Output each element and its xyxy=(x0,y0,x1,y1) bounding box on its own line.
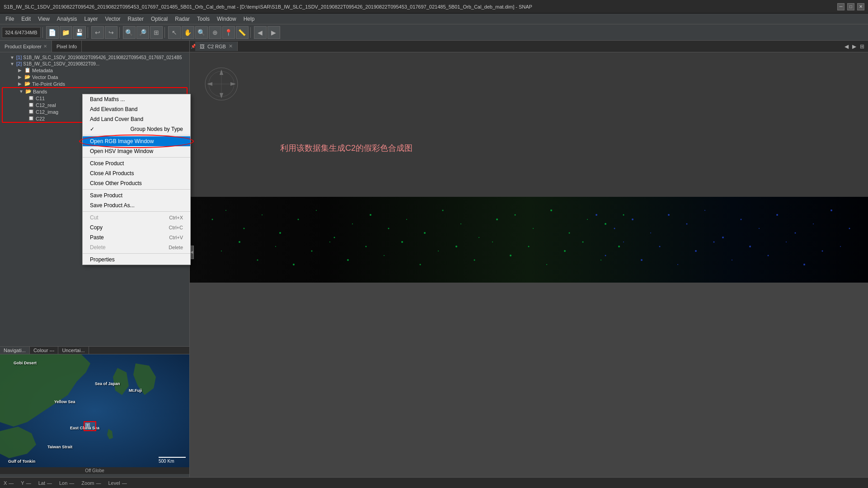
svg-point-15 xyxy=(225,210,226,211)
nav-tab-colour[interactable]: Colour --- xyxy=(30,347,58,354)
menu-vector[interactable]: Vector xyxy=(102,15,124,23)
ctx-close-other[interactable]: Close Other Products xyxy=(83,178,190,188)
menu-analysis[interactable]: Analysis xyxy=(53,15,81,23)
svg-point-38 xyxy=(221,251,222,251)
ctx-open-rgb[interactable]: Open RGB Image Window xyxy=(83,136,190,146)
nav-tab-uncertainty[interactable]: Uncertai... xyxy=(58,347,89,354)
toolbar-open[interactable]: 📁 xyxy=(60,26,72,39)
ctx-open-hsv[interactable]: Open HSV Image Window xyxy=(83,146,190,156)
ctx-copy[interactable]: Copy Ctrl+C xyxy=(83,223,190,232)
menu-view[interactable]: View xyxy=(34,15,53,23)
svg-point-42 xyxy=(293,264,295,265)
viewer-arrows: ◀ ▶ ⊞ xyxy=(843,42,868,51)
svg-point-16 xyxy=(244,228,245,229)
toolbar-undo[interactable]: ↩ xyxy=(91,26,104,39)
label-sea-of-japan: Sea of Japan xyxy=(95,381,120,386)
tree-arrow-bands: ▼ xyxy=(19,89,24,94)
svg-point-20 xyxy=(316,210,317,211)
ctx-sep3 xyxy=(83,189,190,190)
menu-layer[interactable]: Layer xyxy=(81,15,102,23)
svg-point-83 xyxy=(732,260,732,260)
svg-point-52 xyxy=(474,260,475,261)
svg-point-66 xyxy=(686,223,688,225)
toolbar-zoom[interactable]: 🔍 xyxy=(195,26,208,39)
viewer-prev-arrow[interactable]: ◀ xyxy=(843,42,850,51)
ctx-properties[interactable]: Properties xyxy=(83,255,190,265)
menu-radar[interactable]: Radar xyxy=(171,15,193,23)
ctx-sep4 xyxy=(83,211,190,212)
ctx-close-all[interactable]: Close All Products xyxy=(83,168,190,178)
toolbar-next[interactable]: ▶ xyxy=(267,26,280,39)
title-controls: ─ □ ✕ xyxy=(837,3,864,10)
tree-tiepoints[interactable]: ▶ 📂 Tie-Point Grids xyxy=(2,80,188,87)
viewer-tab-close[interactable]: ✕ xyxy=(229,43,233,49)
svg-point-34 xyxy=(569,232,570,234)
svg-point-44 xyxy=(329,242,330,242)
close-button[interactable]: ✕ xyxy=(857,3,864,10)
toolbar-prev[interactable]: ◀ xyxy=(254,26,267,39)
ctx-band-maths[interactable]: Band Maths ... xyxy=(83,94,190,104)
menu-file[interactable]: File xyxy=(2,15,18,23)
tree-product-2[interactable]: ▼ [2] S1B_IW_SLC_1SDV_20190822T09... xyxy=(2,60,188,67)
tab-product-explorer[interactable]: Product Explorer ✕ xyxy=(0,41,52,52)
viewer-tab-c2rgb[interactable]: 🖼 C2 RGB ✕ xyxy=(195,42,238,51)
svg-point-71 xyxy=(776,214,778,216)
status-lon: Lon — xyxy=(59,480,74,486)
toolbar-sep2 xyxy=(88,27,89,38)
right-panel: 📌 🖼 C2 RGB ✕ ◀ ▶ ⊞ xyxy=(190,41,868,477)
svg-point-37 xyxy=(623,214,624,216)
ctx-paste[interactable]: Paste Ctrl+V xyxy=(83,232,190,242)
ctx-save-product[interactable]: Save Product xyxy=(83,191,190,200)
toolbar-pin[interactable]: 📍 xyxy=(222,26,235,39)
viewer-maximize[interactable]: ⊞ xyxy=(858,42,866,51)
toolbar-zoom-in[interactable]: 🔍 xyxy=(123,26,136,39)
menu-raster[interactable]: Raster xyxy=(124,15,147,23)
toolbar-zoom-out[interactable]: 🔎 xyxy=(136,26,149,39)
svg-point-22 xyxy=(352,223,353,224)
toolbar-fit[interactable]: ⊞ xyxy=(150,26,163,39)
toolbar-pan[interactable]: ✋ xyxy=(182,26,194,39)
tab-pixel-info[interactable]: Pixel Info xyxy=(52,41,82,52)
svg-point-14 xyxy=(212,219,213,220)
status-level: Level — xyxy=(108,480,127,486)
menu-window[interactable]: Window xyxy=(213,15,240,23)
toolbar-range[interactable]: ⊕ xyxy=(209,26,221,39)
svg-point-78 xyxy=(641,259,643,261)
viewer-tab-icon: 🖼 xyxy=(200,44,205,49)
label-mt-fuji: Mt.Fuji xyxy=(129,388,142,393)
menu-tools[interactable]: Tools xyxy=(193,15,213,23)
svg-point-23 xyxy=(370,214,371,216)
toolbar-save[interactable]: 💾 xyxy=(73,26,86,39)
ctx-add-elevation[interactable]: Add Elevation Band xyxy=(83,104,190,114)
ctx-close-product[interactable]: Close Product xyxy=(83,158,190,168)
ctx-group-nodes[interactable]: Group Nodes by Type xyxy=(83,124,190,134)
maximize-button[interactable]: □ xyxy=(847,3,854,10)
toolbar-redo[interactable]: ↪ xyxy=(105,26,117,39)
nav-tab-navigation[interactable]: Navigati... xyxy=(0,347,30,354)
close-product-explorer-tab[interactable]: ✕ xyxy=(43,44,47,49)
menu-bar: File Edit View Analysis Layer Vector Ras… xyxy=(0,14,868,24)
product-icon-2: [2] xyxy=(16,61,22,66)
menu-edit[interactable]: Edit xyxy=(18,15,34,23)
bands-icon: 📂 xyxy=(25,88,32,94)
tree-product-1[interactable]: ▼ [1] S1B_IW_SLC_1SDV_20190822T095426_20… xyxy=(2,54,188,60)
status-zoom: Zoom — xyxy=(81,480,101,486)
tree-vector-data[interactable]: ▶ 📂 Vector Data xyxy=(2,74,188,80)
coord-display: 324.6/4734MB xyxy=(2,27,41,38)
ctx-save-product-as[interactable]: Save Product As... xyxy=(83,200,190,210)
toolbar: 324.6/4734MB 📄 📁 💾 ↩ ↪ 🔍 🔎 ⊞ ↖ ✋ 🔍 ⊕ 📍 📏… xyxy=(0,24,868,41)
menu-optical[interactable]: Optical xyxy=(147,15,171,23)
svg-point-80 xyxy=(677,264,678,265)
toolbar-measure[interactable]: 📏 xyxy=(236,26,249,39)
minimize-button[interactable]: ─ xyxy=(837,3,845,10)
toolbar-select[interactable]: ↖ xyxy=(168,26,181,39)
tree-metadata[interactable]: ▶ 📋 Metadata xyxy=(2,67,188,74)
menu-help[interactable]: Help xyxy=(240,15,258,23)
svg-point-33 xyxy=(550,209,552,211)
toolbar-new[interactable]: 📄 xyxy=(46,26,59,39)
ctx-delete: Delete Delete xyxy=(83,242,190,252)
viewer-next-arrow[interactable]: ▶ xyxy=(850,42,858,51)
svg-point-72 xyxy=(795,232,796,234)
ctx-add-land-cover[interactable]: Add Land Cover Band xyxy=(83,114,190,124)
svg-point-28 xyxy=(460,223,461,224)
